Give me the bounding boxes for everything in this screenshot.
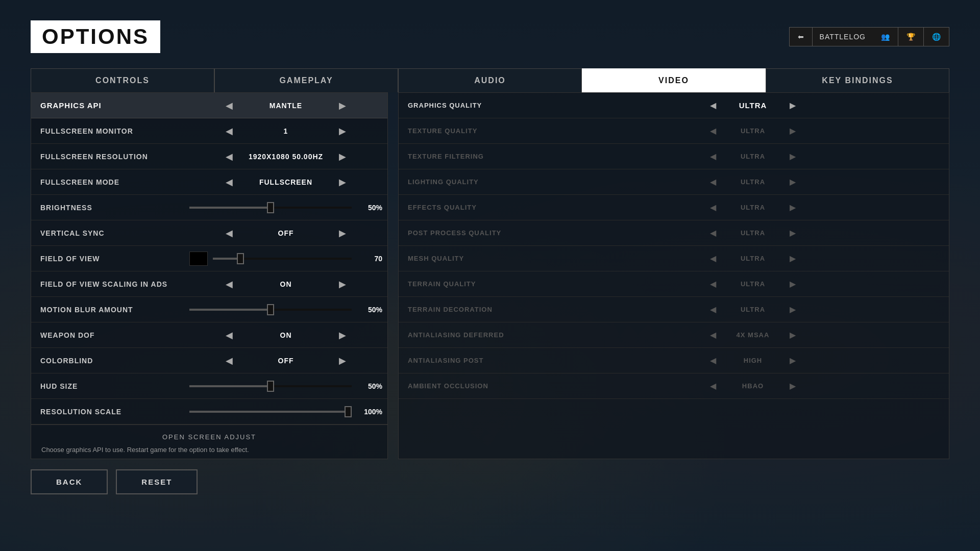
- label-fov: FIELD OF VIEW: [31, 255, 184, 263]
- brightness-track[interactable]: [189, 207, 352, 209]
- motion-blur-track[interactable]: [189, 309, 352, 311]
- fov-scaling-right[interactable]: ▶: [332, 274, 353, 294]
- effects-quality-right[interactable]: ▶: [783, 198, 802, 216]
- friends-btn[interactable]: 👥: [873, 28, 898, 46]
- terrain-decoration-right[interactable]: ▶: [783, 300, 802, 318]
- fullscreen-resolution-left[interactable]: ◀: [218, 147, 240, 166]
- aa-post-left[interactable]: ◀: [704, 352, 722, 369]
- right-value-texture-quality: ULTRA: [722, 127, 783, 135]
- right-row-graphics-quality: GRAPHICS QUALITY ◀ ULTRA ▶: [399, 93, 949, 118]
- help-text: Choose graphics API to use. Restart game…: [41, 446, 377, 454]
- right-value-terrain-decoration: ULTRA: [722, 306, 783, 313]
- fullscreen-mode-right[interactable]: ▶: [332, 172, 353, 192]
- right-value-effects-quality: ULTRA: [722, 204, 783, 211]
- tab-keybindings[interactable]: KEY BINDINGS: [766, 68, 949, 92]
- lighting-quality-left[interactable]: ◀: [704, 173, 722, 191]
- colorblind-left[interactable]: ◀: [218, 351, 240, 370]
- effects-quality-left[interactable]: ◀: [704, 198, 722, 216]
- value-fov: 70: [357, 255, 382, 263]
- weapon-dof-right[interactable]: ▶: [332, 325, 353, 345]
- aa-deferred-right[interactable]: ▶: [783, 326, 802, 344]
- right-label-ambient-occlusion: AMBIENT OCCLUSION: [399, 382, 557, 390]
- terrain-quality-left[interactable]: ◀: [704, 275, 722, 293]
- back-button[interactable]: BACK: [31, 469, 108, 494]
- fullscreen-monitor-right[interactable]: ▶: [332, 121, 353, 141]
- graphics-quality-right[interactable]: ▶: [783, 96, 802, 114]
- graphics-api-right[interactable]: ▶: [332, 96, 353, 115]
- resolution-scale-track[interactable]: [189, 411, 352, 413]
- right-label-texture-quality: TEXTURE QUALITY: [399, 127, 557, 135]
- aa-deferred-left[interactable]: ◀: [704, 326, 722, 344]
- right-control-post-process: ◀ ULTRA ▶: [557, 224, 949, 242]
- back-icon-btn[interactable]: ⬅: [790, 28, 813, 46]
- fov-black-box: [189, 252, 208, 266]
- motion-blur-thumb[interactable]: [267, 304, 274, 315]
- brightness-thumb[interactable]: [267, 202, 274, 213]
- ambient-occlusion-right[interactable]: ▶: [783, 377, 802, 395]
- right-value-mesh-quality: ULTRA: [722, 255, 783, 262]
- fov-track[interactable]: [213, 258, 352, 260]
- aa-post-right[interactable]: ▶: [783, 352, 802, 369]
- weapon-dof-left[interactable]: ◀: [218, 325, 240, 345]
- fullscreen-monitor-left[interactable]: ◀: [218, 121, 240, 141]
- row-brightness: BRIGHTNESS 50%: [31, 195, 387, 220]
- texture-quality-left[interactable]: ◀: [704, 122, 722, 140]
- vertical-sync-right[interactable]: ▶: [332, 223, 353, 243]
- post-process-right[interactable]: ▶: [783, 224, 802, 242]
- control-fov-scaling: ◀ ON ▶: [184, 274, 387, 294]
- screen-adjust-link[interactable]: OPEN SCREEN ADJUST: [41, 433, 377, 441]
- hud-size-track[interactable]: [189, 385, 352, 387]
- colorblind-right[interactable]: ▶: [332, 351, 353, 370]
- terrain-quality-right[interactable]: ▶: [783, 275, 802, 293]
- label-vertical-sync: VERTICAL SYNC: [31, 229, 184, 237]
- resolution-scale-thumb[interactable]: [345, 406, 352, 417]
- fov-thumb[interactable]: [237, 253, 244, 264]
- tab-gameplay[interactable]: GAMEPLAY: [214, 68, 398, 92]
- bottom-section: OPEN SCREEN ADJUST Choose graphics API t…: [31, 424, 387, 459]
- graphics-api-left[interactable]: ◀: [218, 96, 240, 115]
- value-graphics-api: MANTLE: [240, 102, 332, 110]
- trophy-btn[interactable]: 🏆: [898, 28, 924, 46]
- graphics-quality-left[interactable]: ◀: [704, 96, 722, 114]
- texture-filtering-right[interactable]: ▶: [783, 147, 802, 165]
- vertical-sync-left[interactable]: ◀: [218, 223, 240, 243]
- globe-btn[interactable]: 🌐: [924, 28, 949, 46]
- hud-size-thumb[interactable]: [267, 381, 274, 392]
- value-fullscreen-monitor: 1: [240, 127, 332, 135]
- right-row-aa-deferred: ANTIALIASING DEFERRED ◀ 4x MSAA ▶: [399, 322, 949, 348]
- label-weapon-dof: WEAPON DOF: [31, 331, 184, 339]
- terrain-decoration-left[interactable]: ◀: [704, 300, 722, 318]
- row-fov-scaling: FIELD OF VIEW SCALING IN ADS ◀ ON ▶: [31, 271, 387, 297]
- ambient-occlusion-left[interactable]: ◀: [704, 377, 722, 395]
- right-row-terrain-quality: TERRAIN QUALITY ◀ ULTRA ▶: [399, 271, 949, 297]
- texture-filtering-left[interactable]: ◀: [704, 147, 722, 165]
- texture-quality-right[interactable]: ▶: [783, 122, 802, 140]
- hud-size-fill: [189, 385, 271, 387]
- value-resolution-scale: 100%: [357, 408, 382, 416]
- value-vertical-sync: OFF: [240, 229, 332, 237]
- reset-button[interactable]: RESET: [116, 469, 198, 494]
- right-control-ambient-occlusion: ◀ HBAO ▶: [557, 377, 949, 395]
- right-value-terrain-quality: ULTRA: [722, 280, 783, 288]
- right-value-aa-post: HIGH: [722, 357, 783, 364]
- tab-controls[interactable]: CONTROLS: [31, 68, 214, 92]
- value-fov-scaling: ON: [240, 280, 332, 288]
- fov-scaling-left[interactable]: ◀: [218, 274, 240, 294]
- fullscreen-resolution-right[interactable]: ▶: [332, 147, 353, 166]
- fullscreen-mode-left[interactable]: ◀: [218, 172, 240, 192]
- mesh-quality-left[interactable]: ◀: [704, 249, 722, 267]
- right-row-lighting-quality: LIGHTING QUALITY ◀ ULTRA ▶: [399, 169, 949, 195]
- right-control-graphics-quality: ◀ ULTRA ▶: [557, 96, 949, 114]
- right-label-terrain-quality: TERRAIN QUALITY: [399, 280, 557, 288]
- post-process-left[interactable]: ◀: [704, 224, 722, 242]
- tab-audio[interactable]: AUDIO: [398, 68, 582, 92]
- control-fullscreen-resolution: ◀ 980x551 50.00Hz ▶: [184, 147, 387, 166]
- row-fov: FIELD OF VIEW 70: [31, 246, 387, 271]
- lighting-quality-right[interactable]: ▶: [783, 173, 802, 191]
- mesh-quality-right[interactable]: ▶: [783, 249, 802, 267]
- header: OPTIONS ⬅ BATTLELOG 👥 🏆 🌐: [31, 20, 949, 53]
- right-control-effects-quality: ◀ ULTRA ▶: [557, 198, 949, 216]
- tab-video[interactable]: VIDEO: [582, 68, 766, 92]
- row-fullscreen-resolution: FULLSCREEN RESOLUTION ◀ 980x551 50.00H…: [31, 144, 387, 169]
- right-row-texture-quality: TEXTURE QUALITY ◀ ULTRA ▶: [399, 118, 949, 144]
